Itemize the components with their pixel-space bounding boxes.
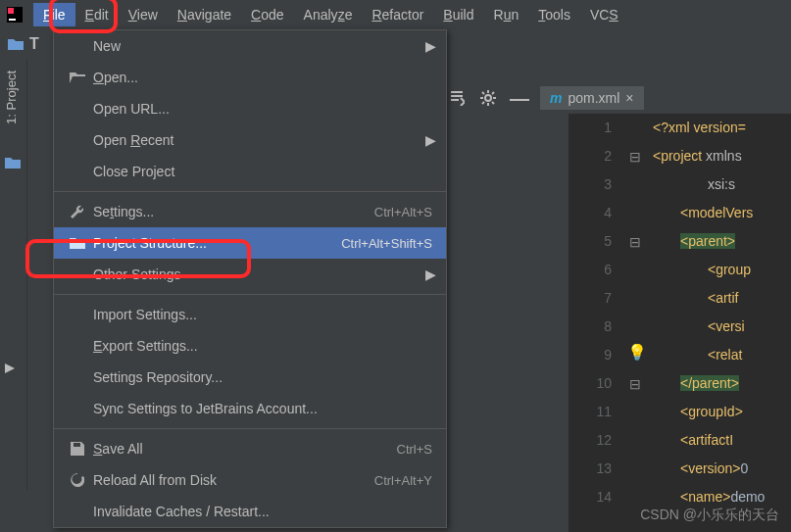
menu-import-settings[interactable]: Import Settings... bbox=[54, 299, 446, 330]
menu-sync-settings[interactable]: Sync Settings to JetBrains Account... bbox=[54, 393, 446, 424]
menu-run[interactable]: Run bbox=[484, 3, 529, 26]
menu-settings-repository[interactable]: Settings Repository... bbox=[54, 362, 446, 393]
line-gutter: 123 456 789 101112 1314 bbox=[569, 114, 621, 511]
svg-rect-1 bbox=[8, 8, 14, 14]
shortcut-text: Ctrl+Alt+Shift+S bbox=[341, 236, 432, 251]
svg-point-3 bbox=[485, 95, 491, 101]
folder-icon bbox=[6, 34, 25, 54]
fold-toggle-icon[interactable]: ⊟ bbox=[629, 234, 641, 250]
wrench-icon bbox=[68, 205, 87, 218]
intellij-logo-icon bbox=[4, 4, 25, 25]
editor-tab-pom[interactable]: m pom.xml × bbox=[540, 86, 644, 110]
svg-rect-2 bbox=[9, 19, 16, 21]
menu-open-recent[interactable]: Open Recent ▶ bbox=[54, 124, 446, 156]
gear-icon[interactable] bbox=[477, 87, 499, 109]
save-icon bbox=[68, 442, 87, 456]
chevron-right-icon: ▶ bbox=[425, 266, 436, 282]
menu-invalidate-caches[interactable]: Invalidate Caches / Restart... bbox=[54, 496, 446, 527]
editor-toolbar: — m pom.xml × bbox=[446, 82, 644, 114]
chevron-right-icon: ▶ bbox=[425, 38, 436, 54]
menu-open-url[interactable]: Open URL... bbox=[54, 93, 446, 124]
menu-other-settings[interactable]: Other Settings ▶ bbox=[54, 259, 446, 290]
code-editor[interactable]: 123 456 789 101112 1314 ⊟ ⊟ ⊟ 💡 <?xml ve… bbox=[569, 114, 791, 532]
shortcut-text: Ctrl+Alt+S bbox=[374, 205, 432, 219]
separator bbox=[54, 294, 446, 295]
maven-file-icon: m bbox=[550, 90, 562, 106]
file-menu-dropdown: New ▶ Open... Open URL... Open Recent ▶ … bbox=[53, 29, 447, 528]
menu-new[interactable]: New ▶ bbox=[54, 30, 446, 62]
menu-close-project[interactable]: Close Project bbox=[54, 156, 446, 187]
fold-column[interactable]: ⊟ ⊟ ⊟ bbox=[625, 114, 645, 511]
menu-analyze[interactable]: Analyze bbox=[294, 3, 363, 26]
menu-export-settings[interactable]: Export Settings... bbox=[54, 330, 446, 362]
fold-toggle-icon[interactable]: ⊟ bbox=[629, 149, 641, 165]
menu-settings[interactable]: Settings... Ctrl+Alt+S bbox=[54, 196, 446, 227]
watermark-text: CSDN @小乐乐的天台 bbox=[640, 507, 779, 524]
menu-build[interactable]: Build bbox=[433, 3, 483, 26]
select-opened-file-icon[interactable] bbox=[446, 87, 468, 109]
project-structure-icon bbox=[68, 237, 87, 249]
menu-open[interactable]: Open... bbox=[54, 62, 446, 93]
tab-filename: pom.xml bbox=[568, 90, 619, 106]
menu-refactor[interactable]: Refactor bbox=[362, 3, 433, 26]
menu-code[interactable]: Code bbox=[241, 3, 293, 26]
project-tool-tab[interactable]: 1: Project bbox=[0, 59, 23, 136]
menu-project-structure[interactable]: Project Structure... Ctrl+Alt+Shift+S bbox=[54, 227, 446, 259]
menu-tools[interactable]: Tools bbox=[528, 3, 580, 26]
fold-end-icon: ⊟ bbox=[629, 376, 641, 392]
folder-icon bbox=[5, 156, 23, 173]
menu-vcs[interactable]: VCS bbox=[580, 3, 628, 26]
open-folder-icon bbox=[68, 72, 87, 83]
code-content: <?xml version= <project xmlns xsi:s <mod… bbox=[653, 114, 791, 511]
menubar: File Edit View Navigate Code Analyze Ref… bbox=[0, 0, 791, 29]
menu-edit[interactable]: Edit bbox=[75, 3, 119, 26]
left-tool-rail: 1: Project bbox=[0, 59, 27, 490]
menu-save-all[interactable]: Save All Ctrl+S bbox=[54, 433, 446, 464]
close-tab-icon[interactable]: × bbox=[625, 90, 633, 106]
menu-navigate[interactable]: Navigate bbox=[168, 3, 241, 26]
separator bbox=[54, 191, 446, 192]
shortcut-text: Ctrl+Alt+Y bbox=[374, 473, 432, 488]
separator bbox=[54, 428, 446, 429]
minimize-icon[interactable]: — bbox=[509, 87, 530, 109]
intention-bulb-icon[interactable]: 💡 bbox=[627, 343, 647, 362]
shortcut-text: Ctrl+S bbox=[397, 442, 432, 457]
reload-icon bbox=[68, 473, 87, 487]
chevron-right-icon: ▶ bbox=[425, 132, 436, 148]
menu-file[interactable]: File bbox=[33, 3, 75, 26]
breadcrumb-text: T bbox=[29, 35, 39, 53]
menu-view[interactable]: View bbox=[119, 3, 168, 26]
play-icon[interactable] bbox=[5, 360, 23, 377]
menu-reload-from-disk[interactable]: Reload All from Disk Ctrl+Alt+Y bbox=[54, 464, 446, 496]
